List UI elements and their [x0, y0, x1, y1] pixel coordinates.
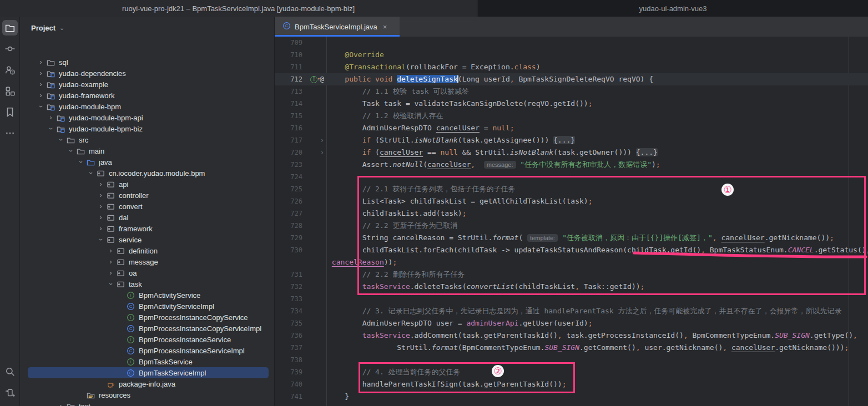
code-line-710[interactable]: 710 @Override	[275, 49, 868, 61]
code-line-712[interactable]: 712I@ public void deleteSignTask(Long us…	[275, 73, 868, 85]
code-line-wrap[interactable]: cancelReason));	[275, 256, 868, 268]
commit-icon[interactable]	[2, 41, 18, 57]
tree-item-message[interactable]: ›message	[20, 256, 274, 267]
more-tool-windows-icon[interactable]	[2, 125, 18, 141]
code-line-737[interactable]: 737 StrUtil.format(BpmCommentTypeEnum.SU…	[275, 342, 868, 354]
chevron-closed-icon[interactable]: ›	[46, 114, 56, 121]
chevron-closed-icon[interactable]: ›	[36, 80, 46, 88]
tree-item-bpmtaskserviceimpl[interactable]: CBpmTaskServiceImpl	[20, 367, 274, 378]
tree-item-yudao-dependencies[interactable]: ›yudao-dependencies	[20, 68, 274, 79]
code-line-730[interactable]: 730 childTaskList.forEach(childTask -> u…	[275, 244, 868, 256]
chevron-open-icon[interactable]: ›	[47, 124, 55, 134]
chevron-down-icon[interactable]: ⌄	[59, 24, 64, 32]
tree-item-main[interactable]: ›main	[20, 145, 274, 156]
code-line-739[interactable]: 739 // 4. 处理当前任务的父任务	[275, 366, 868, 378]
bookmarks-icon[interactable]	[2, 104, 18, 120]
code-line-716[interactable]: 716 AdminUserRespDTO cancelUser = null;	[275, 122, 868, 134]
chevron-open-icon[interactable]: ›	[37, 101, 45, 112]
tree-item-test[interactable]: ›test	[20, 400, 274, 406]
tree-item-task[interactable]: ›task	[20, 278, 274, 290]
terminal-icon[interactable]	[2, 385, 18, 400]
tree-item-bpmactivityserviceimpl[interactable]: CBpmActivityServiceImpl	[20, 301, 274, 312]
code-line-726[interactable]: 726 List<Task> childTaskList = getAllChi…	[275, 195, 868, 207]
tree-item-cn-iocoder-yudao-module-bpm[interactable]: ›cn.iocoder.yudao.module.bpm	[20, 168, 274, 179]
chevron-open-icon[interactable]: ›	[107, 279, 115, 290]
tree-item-oa[interactable]: ›oa	[20, 267, 274, 278]
chevron-closed-icon[interactable]: ›	[36, 58, 46, 66]
search-icon[interactable]	[2, 364, 18, 379]
code-line-724[interactable]: 724	[275, 171, 868, 183]
chevron-closed-icon[interactable]: ›	[105, 258, 116, 266]
implements-method-icon[interactable]: I@	[302, 73, 326, 85]
tree-item-bpmprocessinstanceservice[interactable]: IBpmProcessInstanceService	[20, 334, 274, 345]
code-line-729[interactable]: 729 String cancelReason = StrUtil.format…	[275, 232, 868, 244]
chevron-open-icon[interactable]: ›	[57, 135, 65, 145]
tree-item-bpmprocessinstanceserviceimpl[interactable]: CBpmProcessInstanceServiceImpl	[20, 345, 274, 356]
tree-item-src[interactable]: ›src	[20, 134, 274, 145]
code-line-736[interactable]: 736 taskService.addComment(task.getParen…	[275, 329, 868, 342]
tree-item-dal[interactable]: ›dal	[20, 212, 274, 223]
code-line-733[interactable]: 733	[275, 293, 868, 305]
chevron-open-icon[interactable]: ›	[67, 146, 75, 156]
tree-item-bpmactivityservice[interactable]: IBpmActivityService	[20, 290, 274, 301]
code-line-735[interactable]: 735 AdminUserRespDTO user = adminUserApi…	[275, 317, 868, 329]
tree-item-framework[interactable]: ›framework	[20, 223, 274, 234]
code-line-727[interactable]: 727 childTaskList.add(task);	[275, 207, 868, 220]
code-line-711[interactable]: 711 @Transactional(rollbackFor = Excepti…	[275, 61, 868, 73]
chevron-open-icon[interactable]: ›	[97, 235, 105, 245]
chevron-closed-icon[interactable]: ›	[95, 180, 106, 188]
chevron-closed-icon[interactable]: ›	[95, 214, 106, 221]
tree-item-yudao-framework[interactable]: ›yudao-framework	[20, 90, 274, 101]
code-line-713[interactable]: 713 // 1.1 校验 task 可以被减签	[275, 85, 868, 98]
code-line-732[interactable]: 732 taskService.deleteTasks(convertList(…	[275, 281, 868, 293]
chevron-open-icon[interactable]: ›	[87, 168, 95, 179]
code-line-731[interactable]: 731 // 2.2 删除任务和所有子任务	[275, 268, 868, 281]
chevron-closed-icon[interactable]: ›	[95, 191, 106, 199]
tree-item-resources[interactable]: resources	[20, 389, 274, 400]
code-line-742[interactable]: 742	[275, 403, 868, 406]
chevron-closed-icon[interactable]: ›	[95, 225, 106, 232]
tab-bpmtaskserviceimpl[interactable]: C BpmTaskServiceImpl.java ×	[275, 17, 400, 37]
chevron-closed-icon[interactable]: ›	[36, 69, 46, 77]
code-line-709[interactable]: 709	[275, 37, 868, 49]
code-line-720[interactable]: 720› if (cancelUser == null && StrUtil.i…	[275, 146, 868, 159]
tree-item-sql[interactable]: ›sql	[20, 57, 274, 68]
fold-arrow-icon[interactable]: ›	[302, 146, 326, 159]
code-editor[interactable]: 709710 @Override711 @Transactional(rollb…	[275, 37, 868, 406]
code-line-715[interactable]: 715 // 1.2 校验取消人存在	[275, 110, 868, 122]
code-line-738[interactable]: 738	[275, 354, 868, 366]
tree-item-bpmprocessinstancecopyservice[interactable]: IBpmProcessInstanceCopyService	[20, 312, 274, 323]
structure-icon[interactable]	[2, 83, 18, 99]
tree-item-api[interactable]: ›api	[20, 179, 274, 190]
tree-item-package-info-java[interactable]: package-info.java	[20, 378, 274, 389]
tree-item-service[interactable]: ›service	[20, 234, 274, 245]
code-line-714[interactable]: 714 Task task = validateTaskCanSignDelet…	[275, 98, 868, 110]
fold-arrow-icon[interactable]: ›	[302, 134, 326, 146]
chevron-closed-icon[interactable]: ›	[36, 92, 46, 99]
project-panel-header[interactable]: Project ⌄	[20, 17, 274, 39]
code-line-741[interactable]: 741 }	[275, 390, 868, 403]
tree-item-convert[interactable]: ›convert	[20, 201, 274, 212]
tree-item-yudao-module-bpm-biz[interactable]: ›yudao-module-bpm-biz	[20, 123, 274, 134]
chevron-closed-icon[interactable]: ›	[105, 247, 116, 255]
chevron-closed-icon[interactable]: ›	[105, 269, 116, 277]
tree-item-yudao-module-bpm-api[interactable]: ›yudao-module-bpm-api	[20, 112, 274, 123]
code-line-725[interactable]: 725 // 2.1 获得子任务列表，包括子任务的子任务	[275, 183, 868, 195]
chevron-open-icon[interactable]: ›	[77, 157, 85, 168]
pull-requests-icon[interactable]: ?	[2, 62, 18, 78]
chevron-closed-icon[interactable]: ›	[55, 402, 66, 406]
code-line-740[interactable]: 740 handleParentTaskIfSign(task.getParen…	[275, 378, 868, 390]
code-line-723[interactable]: 723 Assert.notNull(cancelUser, message: …	[275, 159, 868, 171]
tree-item-bpmprocessinstancecopyserviceimpl[interactable]: CBpmProcessInstanceCopyServiceImpl	[20, 323, 274, 334]
chevron-closed-icon[interactable]: ›	[95, 202, 106, 210]
code-line-734[interactable]: 734 // 3. 记录日志到父任务中，先记录日志是因为，通过 handlePa…	[275, 305, 868, 317]
tree-item-java[interactable]: ›java	[20, 156, 274, 168]
code-line-717[interactable]: 717› if (StrUtil.isNotBlank(task.getAssi…	[275, 134, 868, 146]
tree-item-yudao-example[interactable]: ›yudao-example	[20, 79, 274, 90]
tree-item-definition[interactable]: ›definition	[20, 245, 274, 256]
project-folder-icon[interactable]	[2, 20, 18, 35]
code-line-728[interactable]: 728 // 2.2 更新子任务为已取消	[275, 220, 868, 232]
tree-item-yudao-module-bpm[interactable]: ›yudao-module-bpm	[20, 101, 274, 112]
editor-area[interactable]: C BpmTaskServiceImpl.java × 709710 @Over…	[275, 17, 868, 406]
tree-item-bpmtaskservice[interactable]: IBpmTaskService	[20, 356, 274, 367]
